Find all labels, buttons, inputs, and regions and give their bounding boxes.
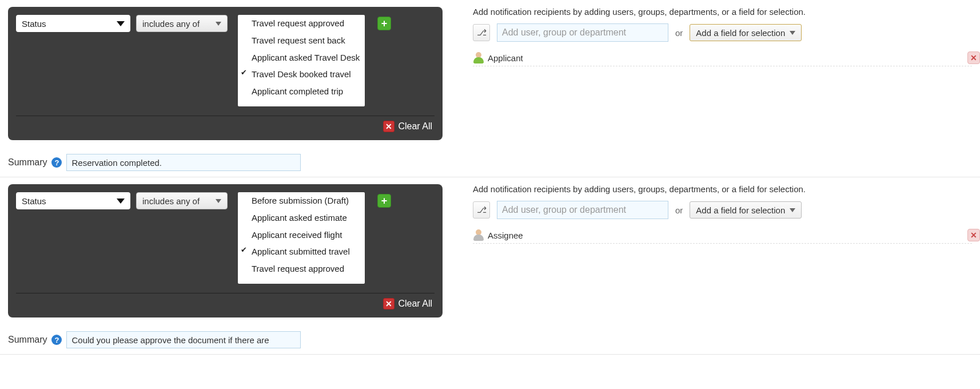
recipient-instruction: Add notification recipients by adding us… (473, 184, 972, 194)
or-label: or (675, 28, 683, 38)
person-icon (473, 229, 484, 241)
remove-recipient-button[interactable]: ✕ (967, 51, 980, 64)
list-item[interactable]: Applicant completed trip (238, 83, 365, 100)
org-tree-icon: ⎇ (477, 27, 487, 38)
list-item[interactable]: Before submission (Draft) (238, 192, 365, 209)
summary-label: Summary (8, 335, 47, 345)
recipient-chip-2: Assignee (473, 227, 972, 244)
list-item[interactable]: Applicant received flight (238, 227, 365, 244)
clear-all-icon[interactable]: ✕ (383, 121, 395, 132)
list-item[interactable]: Applicant asked Travel Desk (238, 49, 365, 66)
list-item[interactable]: Travel request approved (238, 15, 365, 32)
list-item[interactable]: Applicant asked estimate (238, 209, 365, 227)
plus-icon: + (381, 195, 388, 207)
recipient-instruction: Add notification recipients by adding us… (473, 7, 972, 17)
operator-select-2[interactable]: includes any of (136, 192, 228, 209)
add-field-selection-label: Add a field for selection (696, 28, 785, 38)
condition-panel-2: Status includes any of Before submission… (8, 184, 443, 317)
recipient-input-1[interactable] (497, 23, 668, 42)
clear-all-icon[interactable]: ✕ (383, 298, 395, 309)
operator-select-label: includes any of (142, 196, 200, 206)
clear-all-button[interactable]: Clear All (398, 121, 432, 132)
add-condition-button[interactable]: + (377, 194, 391, 208)
condition-panel-1: Status includes any of Travel request ap… (8, 7, 443, 140)
org-picker-button[interactable]: ⎇ (473, 201, 490, 219)
recipient-input-2[interactable] (497, 201, 668, 219)
operator-select-1[interactable]: includes any of (136, 15, 228, 32)
summary-input-1[interactable] (66, 154, 301, 171)
chevron-down-icon (790, 208, 795, 212)
help-icon[interactable]: ? (51, 157, 62, 168)
summary-input-2[interactable] (66, 331, 301, 348)
chevron-down-icon (216, 22, 221, 26)
add-field-selection-button-2[interactable]: Add a field for selection (690, 201, 802, 219)
list-item[interactable]: Travel Desk booked travel (238, 66, 365, 83)
plus-icon: + (381, 18, 388, 30)
list-item[interactable]: Applicant submitted travel (238, 243, 365, 260)
recipient-chip-1: Applicant (473, 50, 972, 66)
divider (16, 293, 435, 293)
help-icon[interactable]: ? (51, 335, 62, 345)
chevron-down-icon (790, 31, 795, 35)
recipient-name: Assignee (488, 231, 523, 240)
remove-recipient-button[interactable]: ✕ (967, 229, 980, 241)
clear-all-button[interactable]: Clear All (398, 299, 432, 309)
org-picker-button[interactable]: ⎇ (473, 24, 490, 41)
list-item[interactable]: Travel request approved (238, 260, 365, 277)
person-icon (473, 52, 484, 63)
list-item[interactable]: Travel request sent back (238, 32, 365, 49)
divider (16, 116, 435, 116)
value-listbox-2[interactable]: Before submission (Draft)Applicant asked… (238, 192, 365, 284)
value-listbox-1[interactable]: Travel request approvedTravel request se… (238, 15, 365, 106)
operator-select-label: includes any of (142, 19, 200, 29)
org-tree-icon: ⎇ (477, 205, 487, 215)
chevron-down-icon (216, 199, 221, 203)
add-field-selection-button-1[interactable]: Add a field for selection (690, 24, 802, 41)
summary-label: Summary (8, 157, 47, 168)
recipient-name: Applicant (488, 53, 523, 63)
field-select-1[interactable]: Status (16, 15, 130, 32)
add-condition-button[interactable]: + (377, 17, 391, 30)
or-label: or (675, 205, 683, 215)
chevron-down-icon (117, 21, 125, 26)
chevron-down-icon (117, 199, 125, 204)
field-select-label: Status (22, 196, 46, 206)
add-field-selection-label: Add a field for selection (696, 205, 785, 215)
field-select-2[interactable]: Status (16, 192, 130, 209)
field-select-label: Status (22, 19, 46, 29)
